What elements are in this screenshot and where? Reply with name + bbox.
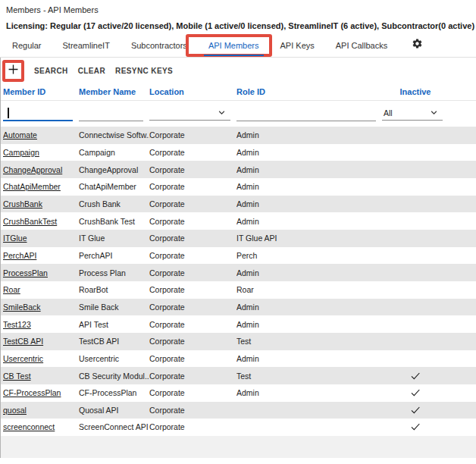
role-id-cell: Admin — [236, 303, 382, 312]
table-row[interactable]: CB Test CB Security Modul... Corporate T… — [1, 367, 476, 384]
member-id-link[interactable]: CF-ProcessPlan — [3, 388, 61, 397]
table-row[interactable]: Automate Connectwise Softw... Corporate … — [1, 127, 476, 144]
search-button[interactable]: SEARCH — [34, 67, 68, 75]
member-id-link[interactable]: Roar — [3, 285, 20, 294]
member-id-link[interactable]: ChatApiMember — [3, 182, 61, 191]
table-row[interactable]: SmileBack Smile Back Corporate Admin — [1, 299, 476, 316]
member-id-link[interactable]: CrushBank — [3, 199, 42, 208]
check-icon — [409, 422, 421, 431]
table-header-row: Member ID Member Name Location Role ID I… — [1, 83, 476, 101]
member-id-cell: SmileBack — [3, 303, 79, 312]
member-name-cell: Campaign — [79, 148, 149, 157]
licensing-summary: Licensing: Regular (17 active/20 license… — [6, 20, 476, 31]
tab-api-members[interactable]: API Members — [198, 33, 270, 57]
member-id-link[interactable]: Usercentric — [3, 354, 43, 363]
table-row[interactable]: CrushBank Crush Bank Corporate Admin — [1, 196, 476, 213]
inactive-cell — [382, 421, 449, 433]
member-id-cell: Usercentric — [3, 354, 79, 363]
clear-button[interactable]: CLEAR — [78, 67, 105, 75]
table-row[interactable]: Usercentric Usercentric Corporate Admin — [1, 350, 476, 368]
member-name-cell: CF-ProcessPlan — [79, 388, 149, 397]
inactive-filter-select[interactable]: All — [382, 105, 443, 121]
tab-streamlineit[interactable]: StreamlineIT — [52, 33, 121, 57]
role-id-cell: Test — [236, 337, 382, 346]
member-id-link[interactable]: CB Test — [3, 372, 31, 381]
member-id-cell: CF-ProcessPlan — [3, 388, 79, 397]
member-name-cell: Crush Bank — [79, 199, 149, 208]
member-id-filter-input[interactable] — [3, 106, 73, 121]
inactive-filter-cell: All — [382, 105, 449, 121]
tab-subcontractors[interactable]: Subcontractors — [121, 33, 198, 57]
location-cell: Corporate — [149, 406, 236, 415]
member-id-link[interactable]: ChangeApproval — [3, 165, 62, 174]
inactive-cell — [382, 267, 449, 279]
table-row[interactable]: Roar RoarBot Corporate Roar — [1, 281, 476, 299]
role-id-cell: Admin — [236, 354, 382, 363]
member-id-link[interactable]: PerchAPI — [3, 251, 36, 260]
member-id-link[interactable]: quosal — [3, 406, 27, 415]
member-id-link[interactable]: screenconnect — [3, 422, 55, 431]
role-id-cell: Admin — [236, 388, 382, 397]
tab-api-callbacks[interactable]: API Callbacks — [325, 33, 398, 57]
tab-label: API Callbacks — [336, 41, 387, 50]
column-header-location[interactable]: Location — [149, 87, 236, 96]
location-cell: Corporate — [149, 268, 236, 277]
role-id-cell: Admin — [236, 217, 382, 226]
member-id-cell: ChangeApproval — [3, 165, 79, 174]
tab-api-keys[interactable]: API Keys — [270, 33, 325, 57]
location-cell: Corporate — [149, 285, 236, 294]
member-id-cell: PerchAPI — [3, 251, 79, 260]
location-cell: Corporate — [149, 130, 236, 140]
role-id-cell: Admin — [236, 268, 382, 277]
tab-label: API Keys — [280, 41, 315, 50]
add-member-button[interactable] — [5, 63, 21, 79]
table-row[interactable]: CF-ProcessPlan CF-ProcessPlan Corporate … — [1, 384, 476, 402]
table-row[interactable]: Test123 API Test Corporate Admin — [1, 315, 476, 333]
table-row[interactable]: ITGlue IT Glue Corporate IT Glue API — [1, 230, 476, 247]
role-id-filter-input[interactable] — [236, 106, 376, 121]
member-id-link[interactable]: TestCB API — [3, 337, 43, 346]
member-name-cell: Connectwise Softw... — [79, 130, 149, 140]
table-row[interactable]: ChangeApproval ChangeApproval Corporate … — [1, 161, 476, 178]
page-header: Members - API Members Licensing: Regular… — [0, 0, 476, 33]
table-row[interactable]: Campaign Campaign Corporate Admin — [1, 144, 476, 161]
role-id-cell: Admin — [236, 130, 382, 140]
member-name-cell: TestCB API — [79, 337, 149, 346]
member-name-cell: Process Plan — [79, 268, 149, 277]
location-filter-select[interactable] — [149, 105, 230, 121]
location-cell: Corporate — [149, 217, 236, 226]
grid-settings-button[interactable] — [412, 33, 423, 57]
member-id-cell: Campaign — [3, 148, 79, 157]
member-id-link[interactable]: Automate — [3, 130, 37, 140]
inactive-cell — [382, 370, 449, 382]
column-header-inactive[interactable]: Inactive — [382, 87, 449, 96]
role-id-cell: Admin — [236, 199, 382, 208]
location-cell: Corporate — [149, 354, 236, 363]
location-cell: Corporate — [149, 234, 236, 243]
table-row[interactable]: ProcessPlan Process Plan Corporate Admin — [1, 264, 476, 281]
column-header-member-id[interactable]: Member ID — [3, 87, 79, 96]
location-cell: Corporate — [149, 422, 236, 431]
member-type-tabs: Regular StreamlineIT Subcontractors API … — [0, 33, 476, 57]
table-row[interactable]: quosal Quosal API Corporate — [1, 402, 476, 419]
table-row[interactable]: CrushBankTest CrushBank Test Corporate A… — [1, 212, 476, 230]
member-id-link[interactable]: SmileBack — [3, 303, 41, 312]
column-header-role-id[interactable]: Role ID — [236, 87, 382, 96]
member-id-link[interactable]: ProcessPlan — [3, 268, 48, 277]
member-name-filter-input[interactable] — [79, 106, 143, 121]
table-row[interactable]: screenconnect ScreenConnect API Corporat… — [1, 419, 476, 436]
table-row[interactable]: TestCB API TestCB API Corporate Test — [1, 333, 476, 350]
member-id-link[interactable]: Test123 — [3, 320, 31, 329]
role-id-cell: Admin — [236, 182, 382, 191]
member-id-link[interactable]: Campaign — [3, 148, 39, 157]
column-header-member-name[interactable]: Member Name — [79, 87, 149, 96]
member-id-cell: CrushBank — [3, 199, 79, 208]
table-row[interactable]: ChatApiMember ChatApiMember Corporate Ad… — [1, 178, 476, 196]
location-filter-cell — [149, 105, 236, 121]
member-id-link[interactable]: CrushBankTest — [3, 217, 57, 226]
table-row[interactable]: PerchAPI PerchAPI Corporate Perch — [1, 247, 476, 265]
tab-regular[interactable]: Regular — [2, 33, 52, 57]
member-id-link[interactable]: ITGlue — [3, 234, 27, 243]
resync-keys-button[interactable]: RESYNC KEYS — [115, 67, 173, 75]
member-id-cell: TestCB API — [3, 337, 79, 346]
